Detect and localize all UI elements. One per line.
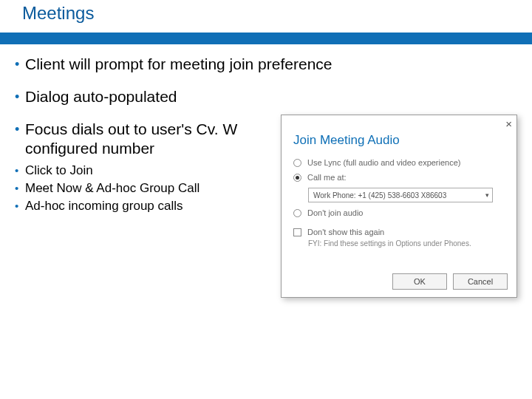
fyi-hint-text: FYI: Find these settings in Options unde… <box>282 236 516 248</box>
sub-bullet-text: Meet Now & Ad-hoc Group Call <box>25 180 200 197</box>
bullet-dot-icon: • <box>15 198 25 214</box>
select-value: Work Phone: +1 (425) 538-6603 X86603 <box>313 191 446 200</box>
bullet-dot-icon: • <box>15 87 25 106</box>
bullet-dot-icon: • <box>15 55 25 74</box>
button-label: Cancel <box>468 277 493 286</box>
cancel-button[interactable]: Cancel <box>453 273 508 290</box>
bullet-dot-icon: • <box>15 120 25 139</box>
option-call-me[interactable]: Call me at: <box>293 173 505 182</box>
radio-icon <box>293 174 301 182</box>
option-label: Use Lync (full audio and video experienc… <box>307 158 461 167</box>
dont-show-again-checkbox[interactable]: Don't show this again <box>282 223 516 236</box>
option-dont-join[interactable]: Don't join audio <box>293 208 505 217</box>
sub-bullet-text: Click to Join <box>25 163 93 179</box>
page-title: Meetings <box>0 0 94 24</box>
close-icon[interactable]: × <box>505 118 512 129</box>
checkbox-icon <box>293 228 301 236</box>
dialog-button-row: OK Cancel <box>392 273 508 290</box>
bullet-text: Dialog auto-populated <box>25 87 177 106</box>
ok-button[interactable]: OK <box>392 273 447 290</box>
option-label: Call me at: <box>307 173 347 182</box>
header-underline <box>0 33 532 44</box>
phone-number-select[interactable]: Work Phone: +1 (425) 538-6603 X86603 ▾ <box>308 188 493 202</box>
audio-options-group: Use Lync (full audio and video experienc… <box>282 148 516 217</box>
radio-icon <box>293 209 301 217</box>
dialog-title: Join Meeting Audio <box>282 115 516 148</box>
bullet-item: • Dialog auto-populated <box>15 87 532 106</box>
chevron-down-icon: ▾ <box>485 191 489 199</box>
header-bar: Meetings <box>0 0 532 33</box>
radio-icon <box>293 159 301 167</box>
button-label: OK <box>414 277 426 286</box>
bullet-text: Focus dials out to user's Cv. W configur… <box>25 120 262 158</box>
checkbox-label: Don't show this again <box>307 228 384 236</box>
bullet-dot-icon: • <box>15 163 25 179</box>
bullet-dot-icon: • <box>15 180 25 197</box>
option-label: Don't join audio <box>307 208 364 217</box>
option-use-lync[interactable]: Use Lync (full audio and video experienc… <box>293 158 505 167</box>
bullet-item: • Client will prompt for meeting join pr… <box>15 55 532 74</box>
sub-bullet-text: Ad-hoc incoming group calls <box>25 198 183 214</box>
join-meeting-audio-dialog: × Join Meeting Audio Use Lync (full audi… <box>281 115 517 298</box>
bullet-text: Client will prompt for meeting join pref… <box>25 55 332 74</box>
